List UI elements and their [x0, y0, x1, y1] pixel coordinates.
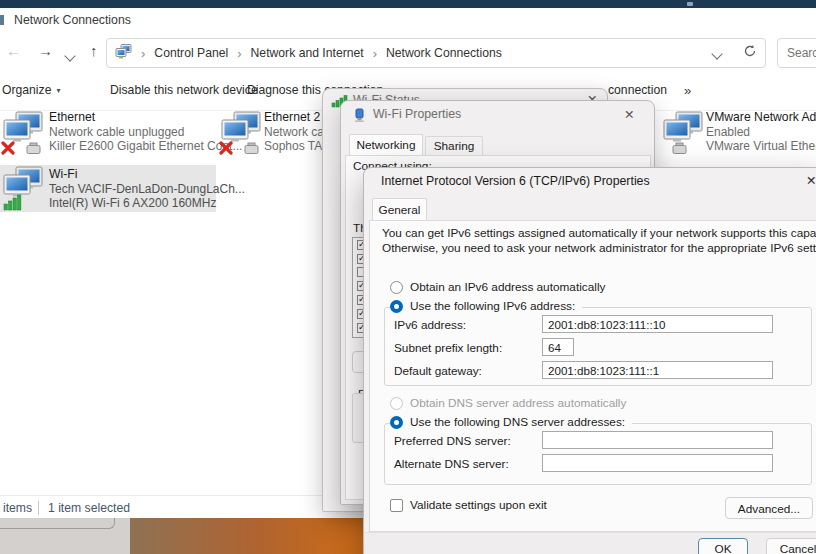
wifi-adapter-icon: [1, 166, 45, 212]
default-gateway-field[interactable]: [542, 361, 773, 379]
refresh-icon[interactable]: [743, 44, 757, 62]
intro-text-line1: You can get IPv6 settings assigned autom…: [382, 226, 816, 241]
radio-icon[interactable]: [390, 281, 403, 294]
alternate-dns-field[interactable]: [542, 454, 773, 472]
address-bar[interactable]: › Control Panel › Network and Internet ›…: [106, 38, 766, 68]
cancel-button[interactable]: Cancel: [766, 538, 816, 554]
ethernet-disconnected-icon: [219, 111, 263, 157]
radio-use-ipv6[interactable]: Use the following IPv6 address:: [390, 299, 582, 313]
ipv6-properties-dialog: Internet Protocol Version 6 (TCP/IPv6) P…: [363, 167, 816, 554]
close-icon[interactable]: ✕: [624, 107, 634, 122]
items-count-label: items: [3, 501, 32, 515]
radio-icon[interactable]: [390, 300, 403, 313]
recent-locations-chevron-icon[interactable]: [66, 46, 74, 64]
top-window-strip: [0, 0, 816, 8]
forward-icon[interactable]: →: [38, 42, 53, 59]
preferred-dns-field[interactable]: [542, 431, 773, 449]
checkbox-icon[interactable]: [390, 499, 403, 512]
ipv6-address-field[interactable]: [542, 315, 773, 333]
address-dropdown-chevron-icon[interactable]: [713, 44, 721, 62]
up-icon[interactable]: ↑: [90, 42, 98, 59]
back-icon[interactable]: ←: [6, 42, 21, 59]
intro-text-line2: Otherwise, you need to ask your network …: [382, 241, 816, 256]
dialog-title: Internet Protocol Version 6 (TCP/IPv6) P…: [381, 174, 650, 188]
caret-down-icon: ▾: [56, 86, 60, 95]
toolbar-organize-button[interactable]: Organize▾: [2, 83, 60, 97]
dialog-footer: [364, 532, 816, 554]
breadcrumb-control-panel[interactable]: Control Panel: [154, 46, 228, 60]
search-box[interactable]: [777, 38, 816, 68]
toolbar-disable-device-button[interactable]: Disable this network device: [110, 83, 258, 97]
network-adapter-icon: [661, 111, 705, 157]
ok-button[interactable]: OK: [698, 538, 748, 554]
dialog-title: Wi-Fi Properties: [373, 107, 461, 121]
window-title: Network Connections: [14, 13, 131, 27]
desktop-wallpaper: [130, 518, 363, 554]
statusbar-divider: [38, 501, 39, 515]
location-icon: [115, 44, 132, 63]
window-icon-fragment: [0, 15, 4, 25]
toolbar-overflow-icon[interactable]: »: [684, 83, 691, 98]
tab-networking[interactable]: Networking: [349, 134, 423, 155]
network-card-icon: [352, 108, 367, 122]
radio-obtain-ipv6[interactable]: Obtain an IPv6 address automatically: [390, 280, 605, 294]
navigation-bar: ← → ↑ › Control Panel › Network and: [0, 33, 816, 73]
radio-use-dns[interactable]: Use the following DNS server addresses:: [390, 415, 632, 429]
screen: Network Connections ← → ↑ › Control Pane: [0, 0, 816, 554]
radio-icon: [390, 397, 403, 410]
tab-sharing[interactable]: Sharing: [425, 136, 483, 155]
radio-icon[interactable]: [390, 416, 403, 429]
preferred-dns-label: Preferred DNS server:: [394, 434, 511, 448]
search-input[interactable]: [778, 39, 816, 67]
advanced-button[interactable]: Advanced...: [725, 497, 813, 519]
default-gateway-label: Default gateway:: [394, 364, 482, 378]
close-icon[interactable]: ✕: [806, 173, 816, 188]
radio-obtain-dns: Obtain DNS server address automatically: [390, 396, 626, 410]
breadcrumb-network-and-internet[interactable]: Network and Internet: [251, 46, 364, 60]
breadcrumb-separator-icon: ›: [373, 46, 377, 61]
signal-bars-icon: [4, 195, 21, 210]
window-control-artifact: [687, 2, 693, 6]
selection-count-label: 1 item selected: [48, 501, 130, 515]
subnet-prefix-field[interactable]: [542, 338, 574, 356]
breadcrumb-network-connections[interactable]: Network Connections: [386, 46, 502, 60]
validate-checkbox-row[interactable]: Validate settings upon exit: [390, 498, 547, 512]
tab-general[interactable]: General: [372, 198, 427, 221]
toolbar-rename-fragment[interactable]: connection: [608, 83, 667, 97]
desktop-window-corner: [0, 518, 115, 529]
breadcrumb-separator-icon: ›: [237, 46, 241, 61]
alternate-dns-label: Alternate DNS server:: [394, 457, 509, 471]
subnet-prefix-label: Subnet prefix length:: [394, 341, 502, 355]
breadcrumb-separator-icon: ›: [141, 46, 145, 61]
ethernet-disconnected-icon: [1, 111, 45, 157]
ipv6-address-label: IPv6 address:: [394, 318, 466, 332]
